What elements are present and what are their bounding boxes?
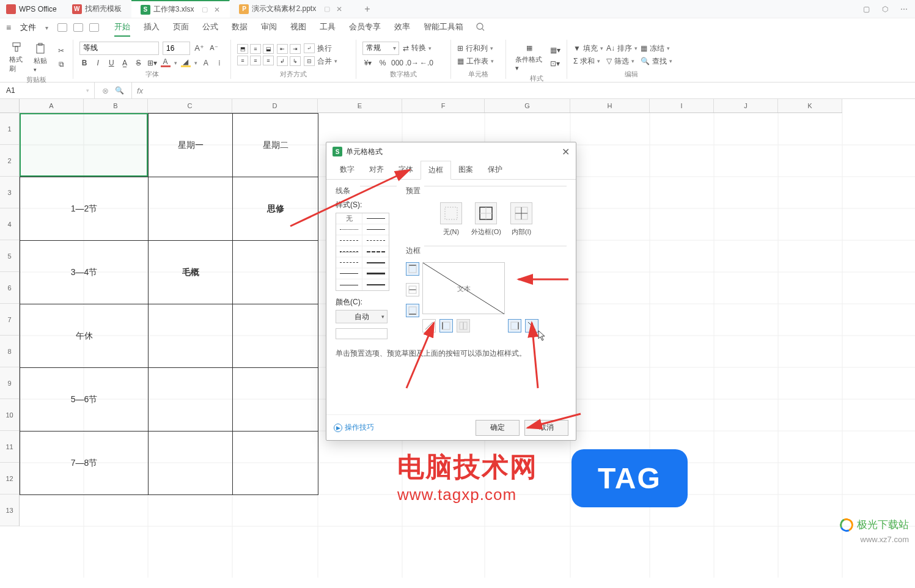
find-button[interactable]: 🔍查找▾: [641, 56, 672, 67]
row-header[interactable]: 12: [0, 463, 19, 494]
row-header[interactable]: 4: [0, 208, 19, 240]
document-tab[interactable]: W找稻壳模板: [63, 0, 131, 18]
borders-button[interactable]: ⊞▾: [147, 57, 156, 68]
dialog-tab-5[interactable]: 保护: [480, 161, 510, 179]
qa-undo-icon[interactable]: [89, 23, 99, 32]
freeze-button[interactable]: ▦冻结▾: [641, 43, 672, 54]
row-header[interactable]: 6: [0, 272, 19, 304]
cell-style-icon[interactable]: ▦▾: [549, 45, 560, 56]
row-header[interactable]: 11: [0, 431, 19, 463]
column-header[interactable]: A: [20, 99, 84, 112]
menu-tab-0[interactable]: 开始: [114, 18, 130, 37]
copy-icon[interactable]: ⧉: [56, 59, 67, 70]
preset-none[interactable]: 无(N): [440, 202, 462, 237]
preset-outer[interactable]: 外边框(O): [471, 202, 501, 237]
row-header[interactable]: 10: [0, 399, 19, 431]
conditional-format-button[interactable]: ▦ 条件格式▾: [512, 40, 546, 74]
dialog-tab-4[interactable]: 图案: [451, 161, 480, 179]
document-tab[interactable]: P演示文稿素材2.pptx▢✕: [230, 0, 352, 18]
column-header[interactable]: E: [318, 99, 402, 112]
dialog-title-bar[interactable]: S 单元格格式 ✕: [326, 142, 576, 161]
row-header[interactable]: 2: [0, 145, 19, 177]
preset-inner[interactable]: 内部(I): [510, 202, 532, 237]
close-icon[interactable]: ✕: [214, 6, 220, 14]
underline-button[interactable]: U: [106, 57, 116, 68]
align-center-icon[interactable]: ≡: [250, 56, 261, 65]
more-icon[interactable]: ⋯: [899, 4, 909, 14]
column-header[interactable]: C: [148, 99, 232, 112]
indent-dec-icon[interactable]: ⇤: [277, 44, 288, 54]
menu-tab-10[interactable]: 智能工具箱: [424, 18, 463, 37]
menu-tab-7[interactable]: 工具: [320, 18, 336, 37]
menu-tab-2[interactable]: 页面: [173, 18, 189, 37]
currency-icon[interactable]: ¥▾: [362, 57, 373, 68]
align-top-icon[interactable]: ⬒: [237, 44, 248, 54]
file-menu[interactable]: 文件: [20, 22, 36, 33]
increase-font-icon[interactable]: A⁺: [194, 43, 205, 54]
name-box[interactable]: A1: [0, 83, 95, 98]
inc-decimal-icon[interactable]: .0→: [406, 57, 417, 68]
qa-save-icon[interactable]: [57, 23, 67, 32]
italic-button[interactable]: I: [93, 57, 103, 68]
clear-format-button[interactable]: A: [201, 57, 211, 68]
select-all-corner[interactable]: [0, 99, 20, 113]
rtl-icon[interactable]: ↲: [277, 56, 288, 66]
dialog-tab-1[interactable]: 对齐: [362, 161, 391, 179]
search-formula-icon[interactable]: 🔍: [115, 86, 124, 95]
font-family-select[interactable]: [79, 42, 159, 55]
paste-button[interactable]: 粘贴 ▾: [31, 41, 50, 75]
border-top-button[interactable]: [406, 262, 419, 276]
cancel-button[interactable]: 取消: [524, 420, 568, 436]
sort-button[interactable]: A↓排序▾: [606, 43, 638, 54]
column-header[interactable]: J: [714, 99, 778, 112]
merge-cells-button[interactable]: ⊟合并▾: [304, 56, 337, 67]
cut-icon[interactable]: ✂: [56, 45, 67, 56]
rowcol-button[interactable]: ⊞行和列▾: [457, 43, 494, 54]
ok-button[interactable]: 确定: [476, 420, 520, 436]
menu-tab-6[interactable]: 视图: [290, 18, 306, 37]
row-header[interactable]: 9: [0, 367, 19, 399]
dialog-tab-2[interactable]: 字体: [391, 161, 421, 179]
align-left-icon[interactable]: ≡: [237, 56, 248, 65]
row-header[interactable]: 7: [0, 304, 19, 336]
dec-decimal-icon[interactable]: ←.0: [421, 57, 432, 68]
close-icon[interactable]: ✕: [336, 5, 342, 13]
cube-icon[interactable]: ⬡: [880, 4, 890, 14]
tips-link[interactable]: ▶ 操作技巧: [334, 422, 374, 433]
filter-button[interactable]: ▽筛选▾: [606, 56, 638, 67]
row-header[interactable]: 3: [0, 177, 19, 208]
menu-tab-9[interactable]: 效率: [394, 18, 410, 37]
column-header[interactable]: H: [570, 99, 650, 112]
row-header[interactable]: 13: [0, 494, 19, 526]
column-header[interactable]: F: [402, 99, 485, 112]
layout-icon[interactable]: ▢: [861, 4, 871, 14]
menu-tab-8[interactable]: 会员专享: [349, 18, 381, 37]
dialog-tab-3[interactable]: 边框: [421, 161, 451, 180]
align-right-icon[interactable]: ≡: [263, 56, 274, 65]
menu-tab-4[interactable]: 数据: [232, 18, 248, 37]
percent-icon[interactable]: %: [377, 57, 388, 68]
font-color-button[interactable]: A: [161, 58, 171, 67]
border-diag-up-button[interactable]: [422, 319, 436, 333]
decrease-font-icon[interactable]: A⁻: [208, 43, 219, 54]
column-header[interactable]: G: [485, 99, 570, 112]
phonetic-button[interactable]: ⁞: [215, 57, 224, 68]
fill-color-button[interactable]: ◢: [181, 58, 191, 67]
search-icon[interactable]: [476, 22, 485, 34]
border-left-button[interactable]: [439, 319, 453, 333]
sum-button[interactable]: Σ求和▾: [573, 56, 603, 67]
column-header[interactable]: D: [232, 99, 318, 112]
document-tab[interactable]: S工作簿3.xlsx▢✕: [131, 0, 230, 18]
table-style-icon[interactable]: ⊡▾: [549, 58, 560, 69]
align-bot-icon[interactable]: ⬓: [263, 44, 274, 54]
row-header[interactable]: 8: [0, 336, 19, 367]
add-tab-button[interactable]: +: [352, 4, 382, 15]
color-select[interactable]: 自动: [336, 310, 388, 323]
convert-button[interactable]: ⇄转换▾: [403, 43, 432, 53]
border-hmid-button[interactable]: [406, 283, 419, 296]
format-painter-button[interactable]: 格式刷: [6, 40, 28, 75]
align-mid-icon[interactable]: ≡: [250, 44, 261, 54]
fx-icon[interactable]: fx: [132, 86, 148, 95]
double-underline-button[interactable]: A̲: [120, 57, 130, 68]
border-bottom-button[interactable]: [406, 304, 419, 317]
